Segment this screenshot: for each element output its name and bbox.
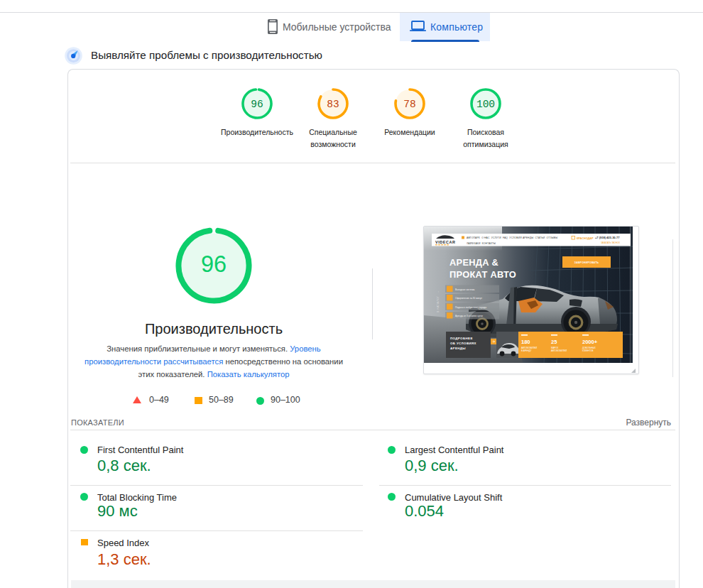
svg-text:КЛИЕНТОВ: КЛИЕНТОВ xyxy=(582,349,594,352)
svg-text:В АРЕНДУ: В АРЕНДУ xyxy=(521,349,532,352)
svg-text:25: 25 xyxy=(551,339,557,345)
svg-text:Подача в любую точку города: Подача в любую точку города xyxy=(455,306,486,309)
svg-text:100: 100 xyxy=(476,99,495,110)
svg-text:ПОДРОБНЕЕ: ПОДРОБНЕЕ xyxy=(450,337,473,340)
svg-text:78: 78 xyxy=(403,99,415,110)
svg-text:ОБ УСЛОВИЯХ: ОБ УСЛОВИЯХ xyxy=(450,342,476,345)
svg-text:Аренда от 3 и более суток: Аренда от 3 и более суток xyxy=(455,315,484,317)
svg-text:180: 180 xyxy=(521,339,530,345)
svg-text:АВТОМОБИЛЕЙ: АВТОМОБИЛЕЙ xyxy=(551,349,567,352)
svg-text:В КАТАЛОГ →: В КАТАЛОГ → xyxy=(437,290,440,312)
svg-text:ПРОКАТ АВТО: ПРОКАТ АВТО xyxy=(449,269,516,280)
svg-text:АРЕНДЫ: АРЕНДЫ xyxy=(450,347,466,350)
svg-text:АРЕНДА &: АРЕНДА & xyxy=(449,257,498,268)
svg-text:ЛАЙФХАКИ КОНТАКТЫ: ЛАЙФХАКИ КОНТАКТЫ xyxy=(467,242,496,245)
svg-text:96: 96 xyxy=(251,99,263,110)
svg-text:Выгодная система: Выгодная система xyxy=(455,288,475,291)
svg-text:ЗАКАЗАТЬ ЗВОНОК: ЗАКАЗАТЬ ЗВОНОК xyxy=(601,241,620,244)
svg-text:96: 96 xyxy=(201,251,227,277)
svg-text:Оформление за 30 минут: Оформление за 30 минут xyxy=(455,297,483,300)
svg-text:+7 (918) 423-30-77: +7 (918) 423-30-77 xyxy=(595,236,620,239)
svg-text:VIDECAR: VIDECAR xyxy=(435,240,455,244)
svg-text:ЗАБРОНИРОВАТЬ: ЗАБРОНИРОВАТЬ xyxy=(574,261,599,264)
svg-text:83: 83 xyxy=(327,99,339,110)
svg-text:АВТОПАРК О НАС УСЛУГИ FAQ: АВТОПАРК О НАС УСЛУГИ FAQ УСЛОВИЯ АРЕНДЫ… xyxy=(467,236,557,239)
svg-text:КРАСНОДАР: КРАСНОДАР xyxy=(577,237,594,240)
svg-text:2000+: 2000+ xyxy=(582,339,598,345)
